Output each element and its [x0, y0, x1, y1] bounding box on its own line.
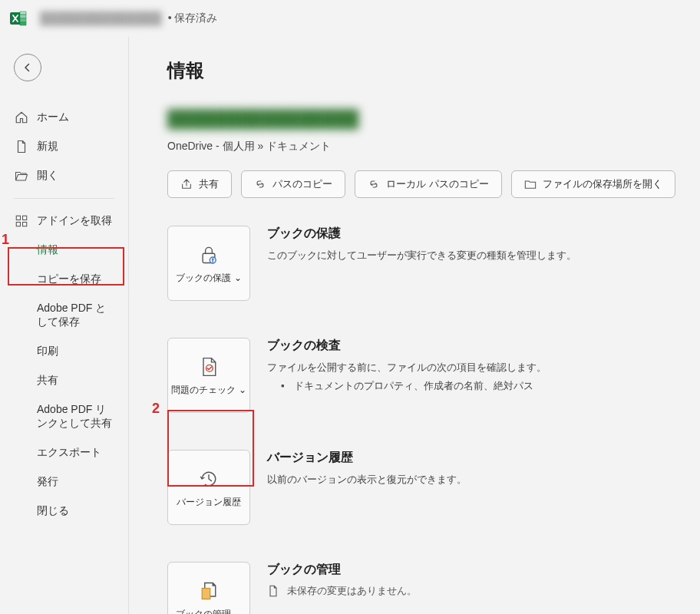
tile-label: 問題のチェック ⌄	[171, 384, 246, 397]
file-name: ██████████████	[40, 12, 162, 25]
status-row: 未保存の変更はありません。	[267, 584, 700, 598]
nav-label: 印刷	[37, 345, 58, 358]
nav-label: エクスポート	[37, 446, 101, 460]
nav-get-addins[interactable]: アドインを取得	[0, 206, 128, 236]
button-label: ファイルの保存場所を開く	[543, 177, 662, 191]
back-button[interactable]	[14, 54, 41, 81]
link-icon	[368, 178, 380, 190]
page-title: 情報	[167, 58, 700, 83]
svg-rect-5	[16, 216, 20, 220]
saved-status: • 保存済み	[168, 12, 218, 25]
folder-open-icon	[14, 169, 29, 183]
check-issues-tile[interactable]: 問題のチェック ⌄	[167, 338, 250, 413]
nav-divider	[14, 198, 114, 199]
manage-section: ブックの管理 ⌄ ブックの管理 未保存の変更はありません。	[167, 562, 700, 614]
section-title: ブックの保護	[267, 226, 700, 242]
version-history-tile[interactable]: バージョン履歴	[167, 450, 250, 525]
status-text: 未保存の変更はありません。	[287, 584, 417, 598]
protect-workbook-tile[interactable]: ブックの保護 ⌄	[167, 226, 250, 301]
section-title: ブックの検査	[267, 338, 700, 354]
svg-rect-1	[20, 12, 26, 15]
nav-label: 共有	[37, 374, 58, 388]
svg-rect-2	[20, 15, 26, 18]
copy-path-button[interactable]: パスのコピー	[241, 170, 345, 198]
svg-rect-13	[202, 588, 210, 599]
manage-workbook-tile[interactable]: ブックの管理 ⌄	[167, 562, 250, 614]
arrow-left-icon	[21, 61, 35, 74]
nav-share-as-pdf-link[interactable]: Adobe PDF リンクとして共有	[0, 395, 128, 438]
link-icon	[254, 178, 266, 190]
share-button[interactable]: 共有	[167, 170, 232, 198]
lock-icon	[196, 243, 221, 267]
nav-close[interactable]: 閉じる	[0, 497, 128, 526]
nav-publish[interactable]: 発行	[0, 467, 128, 497]
section-desc: このブックに対してユーザーが実行できる変更の種類を管理します。	[267, 248, 700, 264]
nav-info[interactable]: 情報	[0, 236, 128, 265]
bullet-text: ドキュメントのプロパティ、作成者の名前、絶対パス	[294, 379, 533, 393]
nav-label: Adobe PDF リンクとして共有	[37, 403, 114, 431]
inspect-section: 問題のチェック ⌄ ブックの検査 ファイルを公開する前に、ファイルの次の項目を確…	[167, 338, 700, 413]
svg-rect-8	[23, 223, 27, 226]
section-desc: 以前のバージョンの表示と復元ができます。	[267, 472, 700, 488]
content-area: 情報 ████████████████ OneDrive - 個人用 » ドキュ…	[129, 37, 700, 614]
titlebar: ██████████████ • 保存済み	[0, 0, 700, 37]
svg-rect-6	[23, 216, 27, 220]
copy-local-path-button[interactable]: ローカル パスのコピー	[355, 170, 502, 198]
protect-section: ブックの保護 ⌄ ブックの保護 このブックに対してユーザーが実行できる変更の種類…	[167, 226, 700, 301]
nav-open[interactable]: 開く	[0, 161, 128, 190]
nav-share[interactable]: 共有	[0, 366, 128, 395]
tile-label: バージョン履歴	[177, 496, 241, 509]
nav-save-as-pdf[interactable]: Adobe PDF として保存	[0, 294, 128, 337]
excel-app-icon	[9, 9, 28, 28]
nav-print[interactable]: 印刷	[0, 337, 128, 366]
manage-icon	[196, 579, 221, 603]
addins-icon	[14, 214, 29, 228]
nav-new[interactable]: 新規	[0, 132, 128, 161]
document-name: ████████████████	[167, 109, 700, 129]
document-icon	[267, 585, 279, 597]
section-title: バージョン履歴	[267, 450, 700, 466]
nav-label: 情報	[37, 243, 58, 257]
nav-label: コピーを保存	[37, 272, 101, 286]
version-history-section: バージョン履歴 バージョン履歴 以前のバージョンの表示と復元ができます。	[167, 450, 700, 525]
breadcrumb: OneDrive - 個人用 » ドキュメント	[167, 140, 700, 154]
tile-label: ブックの保護 ⌄	[176, 272, 241, 285]
nav-label: 閉じる	[37, 504, 69, 518]
folder-icon	[524, 178, 537, 190]
nav-export[interactable]: エクスポート	[0, 438, 128, 467]
bullet-icon: ▪	[281, 380, 285, 391]
backstage-sidebar: ホーム 新規 開く アドインを取得 情報 コピーを保存	[0, 37, 129, 614]
action-button-row: 共有 パスのコピー ローカル パスのコピー ファイルの保存場所を開く	[167, 170, 700, 198]
nav-save-copy[interactable]: コピーを保存	[0, 265, 128, 294]
share-icon	[180, 178, 193, 190]
tile-label: ブックの管理 ⌄	[176, 608, 241, 615]
file-icon	[14, 140, 29, 154]
svg-point-11	[212, 258, 214, 260]
svg-rect-4	[20, 22, 26, 25]
inspect-icon	[196, 355, 221, 379]
nav-label: ホーム	[37, 111, 69, 124]
nav-label: 開く	[37, 169, 58, 183]
svg-rect-3	[20, 18, 26, 22]
nav-label: Adobe PDF として保存	[37, 302, 114, 329]
open-file-location-button[interactable]: ファイルの保存場所を開く	[511, 170, 675, 198]
nav-label: 発行	[37, 475, 58, 489]
home-icon	[14, 111, 29, 124]
button-label: ローカル パスのコピー	[386, 177, 489, 191]
button-label: パスのコピー	[272, 177, 332, 191]
button-label: 共有	[199, 177, 219, 191]
section-title: ブックの管理	[267, 562, 700, 578]
bullet-item: ▪ ドキュメントのプロパティ、作成者の名前、絶対パス	[281, 379, 700, 393]
nav-label: 新規	[37, 140, 58, 154]
history-icon	[196, 467, 221, 491]
nav-label: アドインを取得	[37, 214, 112, 228]
nav-home[interactable]: ホーム	[0, 103, 128, 132]
section-desc: ファイルを公開する前に、ファイルの次の項目を確認します。	[267, 360, 700, 376]
svg-rect-7	[16, 223, 20, 226]
